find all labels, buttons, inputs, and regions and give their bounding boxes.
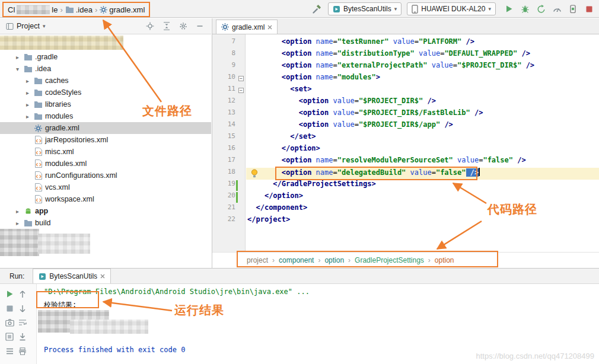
code-line-17[interactable]: <option name="resolveModulePerSourceSet"… (246, 156, 599, 168)
code-line-14[interactable]: <option value="$PROJECT_DIR$/app" /> (246, 120, 599, 132)
tree-item-jarRepositories-xml[interactable]: jarRepositories.xml (0, 134, 211, 146)
device-phone-icon (412, 5, 418, 14)
gradle-file-icon (100, 6, 107, 14)
code-line-9[interactable]: <option name="externalProjectPath" value… (246, 61, 599, 73)
tab-gradle-xml[interactable]: gradle.xml (216, 20, 278, 34)
blurred-project-name (17, 5, 50, 14)
stop-icon[interactable] (584, 4, 594, 14)
code-line-12[interactable]: <option value="$PROJECT_DIR$" /> (246, 97, 599, 108)
line-number: 10 (228, 73, 235, 81)
gutter-line-18: 18 (212, 168, 245, 180)
tree-item-gradle-xml[interactable]: gradle.xml (0, 122, 211, 134)
chevron-right-icon[interactable]: ▸ (24, 101, 31, 108)
menu-icon[interactable] (4, 346, 15, 356)
profiler-icon[interactable] (552, 4, 562, 14)
editor-tab-label: gradle.xml (232, 23, 265, 31)
run-tab-bytesscanutils[interactable]: BytesScanUtils (33, 269, 111, 283)
breadcrumb-GradleProjectSettings[interactable]: GradleProjectSettings (355, 256, 424, 264)
breadcrumb-option[interactable]: option (435, 256, 454, 264)
gutter-line-8: 8 (212, 49, 245, 61)
soft-wrap-icon[interactable] (17, 317, 28, 328)
code-line-18[interactable]: <option name="delegatedBuild" value="fal… (246, 168, 599, 180)
build-hammer-icon[interactable] (312, 4, 323, 14)
tree-item-misc-xml[interactable]: misc.xml (0, 146, 211, 158)
collapse-all-icon[interactable] (161, 21, 172, 31)
code-line-11[interactable]: <set> (246, 85, 599, 97)
line-number: 14 (228, 120, 235, 128)
breadcrumb-separator: › (344, 256, 355, 264)
tree-item-label: app (35, 205, 48, 217)
layout-inspector-icon[interactable] (4, 331, 15, 342)
apply-changes-icon[interactable] (536, 4, 546, 14)
chevron-right-icon[interactable]: ▸ (24, 113, 31, 120)
tree-item-libraries[interactable]: ▸libraries (0, 98, 211, 110)
code-line-22[interactable]: </project> (246, 215, 599, 227)
tree-item-label: modules (45, 110, 73, 122)
tree-item-workspace-xml[interactable]: workspace.xml (0, 193, 211, 205)
breadcrumb-file[interactable]: gradle.xml (109, 5, 145, 14)
down-stack-icon[interactable] (17, 303, 28, 314)
intention-bulb-icon[interactable] (251, 169, 258, 180)
tree-item-app[interactable]: ▸app (0, 205, 211, 217)
run-play-icon[interactable] (504, 4, 514, 14)
run-config-selector[interactable]: BytesScanUtils ▾ (328, 2, 402, 15)
project-name-suffix[interactable]: le (52, 5, 58, 14)
close-tab-icon[interactable] (267, 25, 272, 30)
scroll-end-icon[interactable] (17, 331, 28, 342)
tree-item-vcs-xml[interactable]: vcs.xml (0, 181, 211, 193)
screenshot-icon[interactable] (4, 317, 15, 328)
fold-icon[interactable]: − (238, 76, 244, 81)
code-line-19[interactable]: </GradleProjectSettings> (246, 180, 599, 191)
chevron-right-icon[interactable]: ▸ (14, 220, 21, 226)
tree-item-modules-xml[interactable]: modules.xml (0, 158, 211, 170)
text-caret (479, 168, 480, 176)
close-tab-icon[interactable] (100, 274, 105, 279)
code-line-10[interactable]: <option name="modules"> (246, 73, 599, 85)
breadcrumb-option[interactable]: option (324, 256, 344, 264)
code-area[interactable]: <option name="testRunner" value="PLATFOR… (246, 34, 599, 252)
code-line-8[interactable]: <option name="distributionType" value="D… (246, 49, 599, 61)
chevron-down-icon[interactable]: ▾ (14, 66, 21, 72)
breadcrumb-project[interactable]: project (247, 256, 268, 264)
tree-item-modules[interactable]: ▸modules (0, 110, 211, 122)
breadcrumb-idea-folder[interactable]: .idea (76, 5, 93, 14)
chevron-right-icon[interactable]: ▸ (24, 78, 31, 84)
chevron-down-icon[interactable]: ▾ (43, 23, 46, 29)
tree-item-codeStyles[interactable]: ▸codeStyles (0, 87, 211, 98)
stop-disabled-icon[interactable] (4, 303, 15, 314)
chevron-right-icon[interactable]: ▸ (24, 90, 31, 96)
code-line-13[interactable]: <option value="$PROJECT_DIR$/FastBleLib"… (246, 108, 599, 120)
code-line-16[interactable]: </option> (246, 144, 599, 156)
code-line-7[interactable]: <option name="testRunner" value="PLATFOR… (246, 37, 599, 49)
run-config-icon (39, 273, 46, 280)
code-line-15[interactable]: </set> (246, 132, 599, 144)
chevron-right-icon[interactable]: ▸ (14, 54, 21, 60)
breadcrumb-component[interactable]: component (279, 256, 314, 264)
up-stack-icon[interactable] (17, 289, 28, 299)
tree-item--idea[interactable]: ▾.idea (0, 63, 211, 75)
rerun-icon[interactable] (4, 289, 15, 299)
xml-icon (33, 183, 43, 191)
tree-item-caches[interactable]: ▸caches (0, 75, 211, 87)
tree-item-runConfigurations-xml[interactable]: runConfigurations.xml (0, 170, 211, 181)
chevron-right-icon[interactable]: ▸ (14, 208, 21, 215)
print-icon[interactable] (17, 346, 28, 356)
attach-debugger-icon[interactable] (568, 4, 578, 14)
locate-icon[interactable] (145, 21, 155, 31)
minus-icon[interactable] (195, 21, 205, 31)
tree-item-build[interactable]: ▸build (0, 217, 211, 229)
debug-bug-icon[interactable] (520, 4, 530, 14)
gear-icon[interactable] (178, 21, 189, 31)
run-tool-window: Run: BytesScanUtils "D:\Program Files\An… (0, 268, 599, 364)
code-line-20[interactable]: </option> (246, 191, 599, 203)
tree-item--gradle[interactable]: ▸.gradle (0, 51, 211, 63)
tree-item-label: .idea (35, 63, 51, 75)
editor-area: gradle.xml 78910−11−12131415161718192021… (212, 18, 599, 268)
project-name-prefix[interactable]: Cl (8, 5, 15, 14)
code-line-21[interactable]: </component> (246, 203, 599, 215)
fold-icon[interactable]: − (238, 88, 244, 93)
device-selector[interactable]: HUAWEI DUK-AL20 ▾ (407, 2, 496, 15)
project-panel-title[interactable]: Project (17, 22, 40, 30)
chevron-down-icon: ▾ (394, 6, 397, 12)
change-marker (236, 192, 238, 203)
